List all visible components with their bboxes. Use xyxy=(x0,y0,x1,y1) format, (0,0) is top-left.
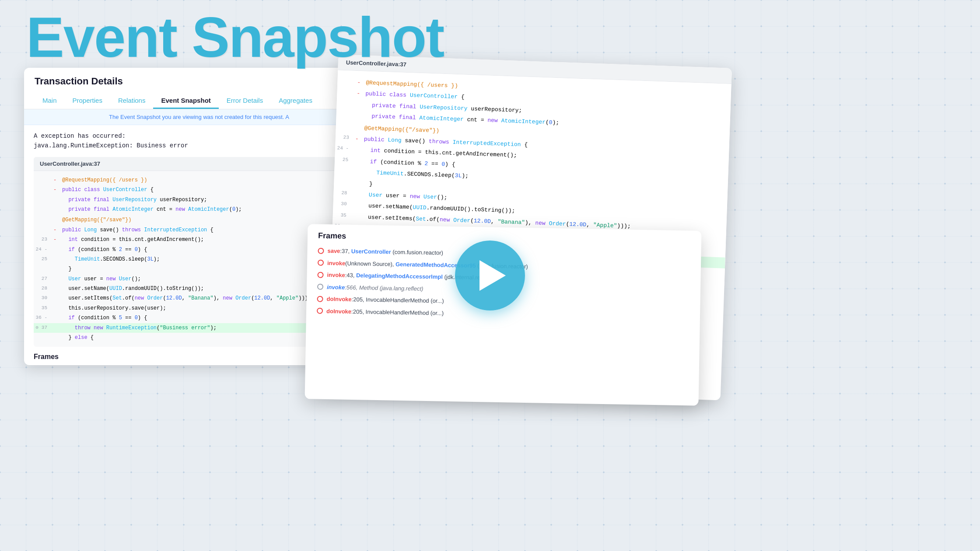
line-num-23: 23 xyxy=(34,235,53,244)
tab-aggregates[interactable]: Aggregates xyxy=(271,93,320,109)
play-button[interactable] xyxy=(455,241,525,310)
exception-block: A exception has occurred: java.lang.Runt… xyxy=(24,125,374,157)
panel-header: Transaction Details Main Properties Rela… xyxy=(24,68,374,109)
code-line: - public class UserController { xyxy=(34,185,364,195)
page-title: Event Snapshot xyxy=(26,9,444,66)
frame-dot xyxy=(317,272,323,278)
line-num-24: 24 - xyxy=(34,245,53,254)
tabs-row: Main Properties Relations Event Snapshot… xyxy=(35,93,364,109)
code-line: @GetMapping({"/save"}) xyxy=(34,215,364,225)
tab-event-snapshot[interactable]: Event Snapshot xyxy=(153,93,218,109)
tab-main[interactable]: Main xyxy=(35,93,65,109)
play-icon xyxy=(480,260,506,291)
frame-dot-gray xyxy=(317,284,323,290)
panel-title: Transaction Details xyxy=(35,76,364,87)
line-num-25: 25 xyxy=(34,255,53,264)
info-banner: The Event Snapshot you are viewing was n… xyxy=(24,109,374,125)
code-line: - @RequestMapping({ /users }) xyxy=(34,175,364,185)
exception-title: A exception has occurred: java.lang.Runt… xyxy=(34,131,364,151)
code-line: private final UserRepository userReposit… xyxy=(34,195,364,205)
code-line: private final AtomicInteger cnt = new At… xyxy=(34,205,364,214)
tab-error-details[interactable]: Error Details xyxy=(219,93,271,109)
frame-dot xyxy=(317,296,323,302)
code-file-label: UserController.java:37 xyxy=(34,157,364,171)
frame-dot xyxy=(317,308,323,314)
tab-relations[interactable]: Relations xyxy=(110,93,154,109)
frame-dot xyxy=(318,248,324,254)
tab-properties[interactable]: Properties xyxy=(65,93,110,109)
frame-dot xyxy=(318,260,324,266)
